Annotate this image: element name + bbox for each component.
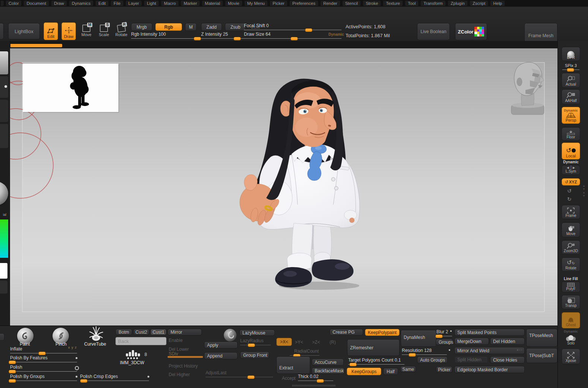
crease-pg-button[interactable]: Crease PG bbox=[330, 329, 363, 336]
polish-by-features-mode-dot[interactable] bbox=[76, 357, 77, 359]
edgeloop-masked-border-button[interactable]: Edgeloop Masked Border bbox=[454, 366, 525, 373]
menu-mymenu[interactable]: My Menu bbox=[244, 0, 268, 6]
polyf-button[interactable]: PolyF bbox=[562, 281, 580, 292]
menu-draw[interactable]: Draw bbox=[51, 0, 67, 6]
floor-button[interactable]: Floor bbox=[562, 127, 580, 141]
sdiv-label[interactable]: SDiv bbox=[169, 351, 178, 356]
rotate-y-icon[interactable]: ↺ bbox=[567, 188, 572, 194]
left-stroke-panel[interactable] bbox=[0, 76, 8, 98]
left-extra-panel[interactable] bbox=[0, 281, 7, 294]
actual-button[interactable]: Actual bbox=[562, 73, 580, 88]
xyz-button[interactable]: ↺ XYZ bbox=[562, 178, 580, 186]
zsub-button[interactable]: Zsub bbox=[225, 23, 246, 31]
lsym-button[interactable]: ◄┆► L.Sym bbox=[562, 165, 580, 175]
local-button[interactable]: ↺ Local bbox=[562, 142, 580, 160]
canvas-edge-resize-chevrons[interactable]: ▲▼▲▼ bbox=[582, 184, 585, 198]
menu-zscript[interactable]: Zscript bbox=[470, 0, 489, 6]
tpose-subt-button[interactable]: TPose|SubT bbox=[526, 348, 557, 363]
xpose-button[interactable]: Xpose bbox=[562, 349, 580, 364]
accucurve-button[interactable]: AccuCurve bbox=[312, 359, 344, 366]
rotate-z-icon[interactable]: ↻ bbox=[567, 196, 572, 202]
mirror-and-weld-button[interactable]: Mirror And Weld x ▫ ▫ bbox=[454, 347, 525, 354]
dynamic-draw-size-label[interactable]: Dynamic bbox=[328, 32, 344, 36]
menu-picker[interactable]: Picker bbox=[270, 0, 287, 6]
scale-tool[interactable]: S Scale bbox=[96, 25, 111, 37]
menu-edit[interactable]: Edit bbox=[95, 0, 109, 6]
spix-slider[interactable]: SPix 3 bbox=[562, 63, 579, 70]
left-material-sphere[interactable] bbox=[0, 182, 8, 205]
menu-material[interactable]: Material bbox=[202, 0, 223, 6]
menu-stroke[interactable]: Stroke bbox=[363, 0, 381, 6]
resolution-slider[interactable]: Resolution 128 bbox=[402, 348, 447, 355]
keep-polypaint-button[interactable]: KeepPolypaint bbox=[365, 329, 400, 336]
rotate-tool[interactable]: R Rotate bbox=[114, 25, 129, 37]
append-button[interactable]: Append bbox=[204, 352, 238, 359]
del-hidden-button[interactable]: Del Hidden bbox=[490, 338, 525, 345]
rotate-view-button[interactable]: ↺↻ Rotate bbox=[562, 257, 580, 272]
menu-texture[interactable]: Texture bbox=[383, 0, 403, 6]
tposemesh-button[interactable]: TPoseMesh bbox=[526, 329, 557, 347]
zadd-button[interactable]: Zadd bbox=[201, 23, 222, 31]
mergedown-button[interactable]: MergeDown bbox=[454, 338, 489, 345]
picker-button[interactable]: Picker bbox=[436, 366, 452, 373]
sym-z-button[interactable]: >Z< bbox=[312, 340, 320, 345]
back-input[interactable] bbox=[115, 337, 166, 345]
menu-layer[interactable]: Layer bbox=[125, 0, 142, 6]
frame-button[interactable]: Frame bbox=[562, 205, 580, 219]
solo-button[interactable]: Solo bbox=[562, 334, 580, 346]
lightbox-button[interactable]: LightBox bbox=[8, 23, 40, 39]
menu-render[interactable]: Render bbox=[320, 0, 340, 6]
menu-light[interactable]: Light bbox=[144, 0, 159, 6]
sdiv-progress-bar[interactable] bbox=[168, 356, 203, 358]
inflate-slider[interactable]: Inflate bbox=[10, 347, 77, 353]
m-button[interactable]: M bbox=[185, 23, 197, 31]
half-button[interactable]: Half bbox=[383, 368, 398, 375]
rgb-intensity-slider[interactable]: Rgb Intensity 100 bbox=[131, 32, 199, 39]
apply-button[interactable]: Apply bbox=[204, 341, 238, 349]
enable-label[interactable]: Enable bbox=[169, 338, 182, 343]
move-tool[interactable]: M Move bbox=[79, 25, 94, 37]
sculpt-canvas[interactable] bbox=[10, 48, 557, 327]
sym-y-button[interactable]: >Y< bbox=[295, 340, 303, 345]
polish-crisp-edges-slider[interactable]: Polish Crisp Edges bbox=[80, 374, 149, 381]
partial-left-button[interactable] bbox=[0, 23, 4, 39]
sym-r-button[interactable]: (R) bbox=[330, 340, 336, 345]
zoom3d-button[interactable]: Zoom3D bbox=[562, 240, 580, 254]
accept-label[interactable]: Accept bbox=[282, 376, 296, 381]
botm-tab[interactable]: Botm bbox=[115, 329, 132, 335]
focal-shift-slider[interactable]: Focal Shift 0 bbox=[244, 23, 341, 30]
menu-movie[interactable]: Movie bbox=[225, 0, 242, 6]
polish-by-features-slider[interactable]: Polish By Features bbox=[10, 356, 77, 362]
menu-stencil[interactable]: Stencil bbox=[342, 0, 361, 6]
same-button[interactable]: Same bbox=[400, 366, 416, 372]
group-front-button[interactable]: Group Front bbox=[240, 352, 269, 359]
move-view-button[interactable]: Move bbox=[562, 222, 580, 237]
menu-item-partial[interactable] bbox=[1, 1, 4, 6]
rgb-button[interactable]: Rgb bbox=[155, 23, 182, 31]
draw-size-slider[interactable]: Draw Size 64 bbox=[244, 32, 341, 39]
split-hidden-button[interactable]: Split Hidden bbox=[454, 356, 488, 363]
dynamesh-button[interactable]: DynaMesh bbox=[401, 330, 436, 347]
resolution-mode-dot[interactable] bbox=[449, 349, 450, 351]
polish-slider[interactable]: Polish bbox=[10, 365, 77, 372]
lazymouse-button[interactable]: LazyMouse bbox=[239, 330, 275, 336]
zcolor-button[interactable]: ZColor bbox=[455, 23, 487, 40]
mrgb-button[interactable]: Mrgb bbox=[131, 23, 152, 31]
bpr-button[interactable]: BPR bbox=[562, 47, 580, 61]
close-holes-button[interactable]: Close Holes bbox=[490, 356, 525, 363]
polish-by-groups-mode-dot[interactable] bbox=[76, 376, 77, 378]
curve-falloff-strip[interactable] bbox=[292, 385, 335, 387]
backfacemask-button[interactable]: BackfaceMask bbox=[312, 368, 344, 374]
menu-preferences[interactable]: Preferences bbox=[289, 0, 318, 6]
live-boolean-button[interactable]: Live Boolean bbox=[417, 23, 450, 40]
menu-dynamics[interactable]: Dynamics bbox=[69, 0, 93, 6]
cust1-tab[interactable]: Cust1 bbox=[150, 329, 166, 335]
menu-color[interactable]: Color bbox=[6, 0, 22, 6]
menu-document[interactable]: Document bbox=[23, 0, 49, 6]
ghost-button[interactable]: Ghost bbox=[562, 312, 580, 328]
bottom-partial-left-button[interactable] bbox=[0, 333, 4, 341]
imm-3dcw-brush-button[interactable] bbox=[125, 350, 142, 359]
polish-mode-ring[interactable] bbox=[75, 366, 79, 370]
polish-crisp-edges-mode-dot[interactable] bbox=[147, 376, 149, 378]
curvetube-brush-button[interactable] bbox=[87, 326, 105, 342]
